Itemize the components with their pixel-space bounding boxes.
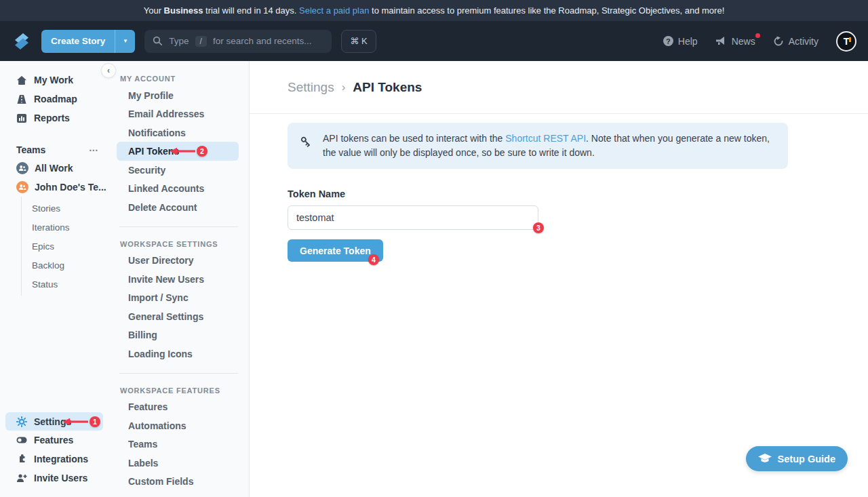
teams-menu-icon[interactable] (89, 144, 99, 155)
page-body: My Work Roadmap Reports Teams All Work J… (0, 61, 868, 497)
sidebar-item-features[interactable]: Features (0, 431, 108, 450)
news-notification-dot (755, 33, 760, 38)
sidebar-item-status[interactable]: Status (22, 275, 108, 294)
road-icon (16, 94, 27, 104)
team-avatar (16, 162, 28, 174)
settings-nav-linked-accounts[interactable]: Linked Accounts (108, 180, 249, 199)
banner-text: Your (144, 5, 164, 16)
settings-nav-security[interactable]: Security (108, 161, 249, 180)
invite-user-icon (16, 473, 27, 483)
token-name-field-wrap: 3 (288, 205, 538, 230)
activity-button[interactable]: Activity (773, 36, 818, 47)
activity-label[interactable]: Activity (789, 36, 818, 47)
info-text-part: API tokens can be used to interact with … (323, 133, 505, 144)
settings-nav-api-tokens-active[interactable]: API Tokens 2 (108, 142, 249, 161)
people-icon (18, 184, 26, 191)
news-label[interactable]: News (732, 36, 755, 47)
annotation-arrow-icon (62, 418, 90, 426)
generate-token-wrap: Generate Token 4 (288, 239, 383, 262)
sidebar-item-my-work[interactable]: My Work (0, 71, 108, 90)
sidebar-item-backlog[interactable]: Backlog (22, 256, 108, 275)
sidebar-item-invite-users[interactable]: Invite Users (0, 469, 108, 488)
sidebar-item-label[interactable]: Reports (34, 113, 70, 123)
setup-guide-button[interactable]: Setup Guide (746, 446, 848, 471)
teams-header-label: Teams (16, 144, 45, 155)
shortcut-rest-api-link[interactable]: Shortcut REST API (505, 133, 586, 144)
sidebar-item-stories[interactable]: Stories (22, 199, 108, 218)
settings-nav-automations[interactable]: Automations (108, 416, 249, 435)
search-placeholder: for search and recents... (213, 36, 312, 46)
settings-nav-loading-icons[interactable]: Loading Icons (108, 344, 249, 363)
team-sub-nav: Stories Iterations Epics Backlog Status (21, 197, 108, 296)
sidebar-item-label[interactable]: My Work (34, 75, 73, 85)
user-avatar[interactable]: T (836, 31, 856, 52)
select-paid-plan-link[interactable]: Select a paid plan (299, 5, 369, 16)
settings-nav-labels[interactable]: Labels (108, 454, 249, 473)
house-icon (16, 75, 27, 85)
settings-nav-user-directory[interactable]: User Directory (108, 252, 249, 271)
megaphone-icon (715, 36, 727, 46)
sidebar-item-epics[interactable]: Epics (22, 237, 108, 256)
settings-nav-my-profile[interactable]: My Profile (108, 86, 249, 105)
breadcrumb: Settings › API Tokens (250, 61, 868, 114)
sidebar-item-integrations[interactable]: Integrations (0, 450, 108, 469)
sidebar-item-label[interactable]: Roadmap (34, 94, 77, 104)
create-story-label[interactable]: Create Story (41, 30, 115, 53)
nav-divider (119, 373, 238, 374)
header-actions: Help News Activity T (663, 31, 856, 52)
sidebar-item-label[interactable]: Features (34, 435, 73, 445)
settings-nav-invite-new-users[interactable]: Invite New Users (108, 270, 249, 289)
banner-text: to maintain access to premium features l… (369, 5, 724, 16)
team-avatar (16, 181, 28, 193)
breadcrumb-settings-link[interactable]: Settings (288, 80, 334, 95)
create-story-caret-icon[interactable] (115, 30, 135, 53)
breadcrumb-separator: › (342, 81, 346, 94)
token-name-input[interactable] (288, 205, 538, 230)
sidebar-item-label[interactable]: Invite Users (34, 473, 87, 483)
settings-nav-sidebar: MY ACCOUNT My Profile Email Addresses No… (108, 61, 250, 497)
avatar-accent-mark (849, 37, 851, 42)
settings-nav-general-settings[interactable]: General Settings (108, 307, 249, 326)
sidebar-item-label[interactable]: Integrations (34, 454, 88, 464)
settings-nav-custom-fields[interactable]: Custom Fields (108, 473, 249, 492)
settings-nav-teams[interactable]: Teams (108, 435, 249, 454)
sidebar-item-iterations[interactable]: Iterations (22, 218, 108, 237)
annotation-badge: 2 (197, 146, 208, 157)
search-type-text: Type (169, 36, 189, 46)
search-icon (153, 36, 163, 46)
sidebar-item-label[interactable]: All Work (35, 163, 73, 174)
help-button[interactable]: Help (663, 36, 698, 47)
gear-icon (16, 416, 27, 427)
collapse-sidebar-button[interactable] (101, 63, 116, 78)
nav-section-title: WORKSPACE FEATURES (108, 383, 249, 398)
sidebar-item-john-does-team[interactable]: John Doe's Te... (0, 178, 108, 197)
settings-nav-api-tokens-pill[interactable]: API Tokens 2 (117, 142, 239, 161)
help-label[interactable]: Help (678, 36, 698, 47)
sidebar-item-label[interactable]: John Doe's Te... (35, 182, 106, 193)
sidebar-item-settings[interactable]: Settings 1 (5, 412, 103, 431)
info-text: API tokens can be used to interact with … (323, 132, 776, 160)
annotation-step-4: 4 (368, 254, 379, 265)
settings-nav-delete-account[interactable]: Delete Account (108, 198, 249, 217)
news-button[interactable]: News (715, 36, 755, 47)
setup-guide-label[interactable]: Setup Guide (778, 454, 835, 464)
annotation-arrow-icon (170, 147, 197, 155)
sidebar-item-reports[interactable]: Reports (0, 108, 108, 127)
search-input[interactable]: Type / for search and recents... (144, 30, 332, 53)
sidebar-item-all-work[interactable]: All Work (0, 159, 108, 178)
create-story-button[interactable]: Create Story (41, 30, 135, 53)
settings-nav-notifications[interactable]: Notifications (108, 123, 249, 142)
annotation-step-2: 2 (170, 146, 208, 157)
banner-text: trial will end in 14 days. (203, 5, 299, 16)
keyboard-shortcut-button[interactable]: ⌘ K (341, 30, 376, 53)
settings-nav-import-sync[interactable]: Import / Sync (108, 289, 249, 308)
settings-nav-billing[interactable]: Billing (108, 326, 249, 345)
nav-section-title: WORKSPACE SETTINGS (108, 237, 249, 252)
shortcut-logo-icon[interactable] (12, 31, 32, 52)
settings-nav-features[interactable]: Features (108, 398, 249, 417)
app-header: Create Story Type / for search and recen… (0, 21, 868, 61)
activity-sync-icon (773, 36, 784, 47)
sidebar-item-roadmap[interactable]: Roadmap (0, 90, 108, 108)
key-icon (299, 135, 313, 151)
settings-nav-email-addresses[interactable]: Email Addresses (108, 105, 249, 124)
